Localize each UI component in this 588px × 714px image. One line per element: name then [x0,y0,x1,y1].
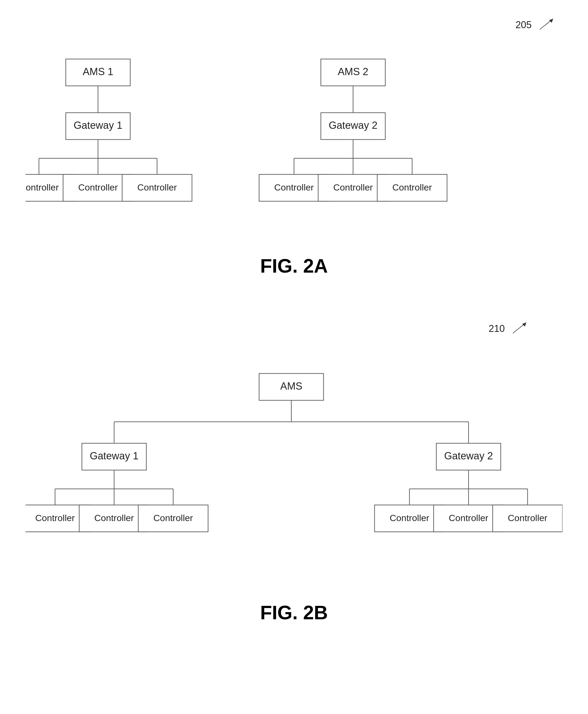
fig-2a-label: FIG. 2A [260,255,328,277]
svg-text:Controller: Controller [274,182,314,192]
figure-2a-svg: AMS 1 Gateway 1 Controller [25,43,563,231]
svg-text:Controller: Controller [25,182,59,192]
svg-text:Gateway 2: Gateway 2 [329,120,378,131]
figure-2a-section: AMS 1 Gateway 1 Controller [21,43,567,288]
svg-text:Gateway 1: Gateway 1 [74,120,122,131]
figure-ref-210: 210 [489,320,529,337]
svg-marker-1 [549,19,553,23]
svg-text:Gateway 1: Gateway 1 [90,450,139,461]
figure-2b-diagram: AMS Gateway 1 Gateway 2 [21,363,567,578]
svg-text:Controller: Controller [35,513,75,523]
svg-text:Controller: Controller [333,182,373,192]
page-container: 205 AMS 1 Gateway 1 [0,0,588,714]
svg-text:Controller: Controller [94,513,134,523]
svg-text:AMS 2: AMS 2 [338,66,369,77]
figure-2b-section: AMS Gateway 1 Gateway 2 [21,363,567,634]
svg-text:Controller: Controller [449,513,488,523]
svg-text:Controller: Controller [153,513,193,523]
svg-text:Controller: Controller [137,182,177,192]
figure-2a-diagram: AMS 1 Gateway 1 Controller [21,43,567,231]
fig-2b-label: FIG. 2B [260,602,328,624]
svg-text:Controller: Controller [390,513,429,523]
figure-2b-svg: AMS Gateway 1 Gateway 2 [25,363,563,578]
svg-text:Controller: Controller [78,182,118,192]
svg-text:Controller: Controller [508,513,547,523]
svg-marker-36 [522,323,526,327]
svg-text:205: 205 [516,19,532,30]
svg-text:AMS 1: AMS 1 [83,66,113,77]
figure-ref-205: 205 [516,16,556,35]
svg-text:Controller: Controller [392,182,432,192]
svg-text:AMS: AMS [280,381,302,392]
svg-text:210: 210 [489,323,505,334]
svg-text:Gateway 2: Gateway 2 [444,450,493,461]
